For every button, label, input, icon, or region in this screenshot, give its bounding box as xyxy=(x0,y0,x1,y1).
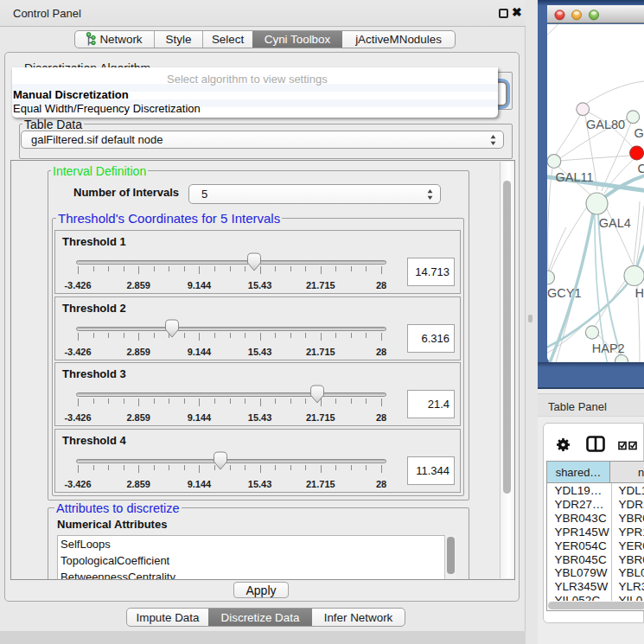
svg-text:GAL4: GAL4 xyxy=(599,216,631,230)
svg-text:GAL11: GAL11 xyxy=(556,170,594,184)
svg-text:GAL80: GAL80 xyxy=(586,118,625,131)
svg-text:G.: G. xyxy=(634,126,644,140)
svg-text:C: C xyxy=(638,162,644,175)
svg-text:GCY1: GCY1 xyxy=(547,286,582,300)
svg-text:HAP2: HAP2 xyxy=(592,341,625,355)
svg-text:H: H xyxy=(635,286,644,300)
